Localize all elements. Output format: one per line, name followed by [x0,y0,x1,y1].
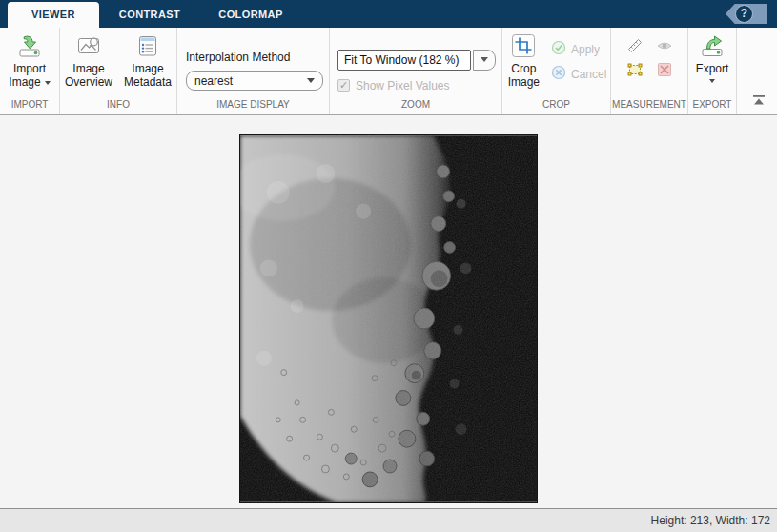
image-overview-label-line2: Overview [65,75,112,89]
export-label: Export [696,62,729,75]
crop-image-button[interactable]: Crop Image [504,31,543,91]
toolstrip-ribbon: Import Image IMPORT [0,28,777,115]
section-label-export: EXPORT [688,98,736,114]
zoom-level-dropdown-button[interactable] [473,50,496,71]
zoom-level-combobox: Fit To Window (182 %) [337,50,496,71]
cancel-crop-button[interactable]: Cancel [549,64,608,84]
image-overview-icon [76,33,101,61]
image-dimensions-text: Height: 213, Width: 172 [651,514,770,527]
interpolation-method-dropdown[interactable]: nearest [186,71,323,91]
status-bar: Height: 213, Width: 172 [0,508,777,532]
section-label-crop: CROP [502,98,610,114]
image-metadata-label-line1: Image [132,62,163,75]
moon-image[interactable] [239,134,538,503]
show-measurements-button[interactable] [656,39,673,56]
import-image-label-line2: Image [9,75,50,89]
caret-down-icon [709,79,715,83]
image-overview-button[interactable]: Image Overview [61,31,116,91]
image-canvas [0,115,777,508]
interpolation-method-value: nearest [194,74,233,88]
section-label-measurement: MEASUREMENT [611,98,687,114]
tab-contrast[interactable]: CONTRAST [99,2,200,28]
interpolation-method-label: Interpolation Method [186,51,290,64]
help-button[interactable]: ? [726,4,767,24]
import-image-label-line1: Import [13,62,46,75]
distance-measure-button[interactable] [626,39,644,56]
export-button[interactable]: Export [692,31,733,85]
export-icon [700,33,725,61]
eye-icon [656,37,673,58]
tab-colormap[interactable]: COLORMAP [200,2,301,28]
section-export: Export EXPORT [688,28,737,114]
section-zoom: Fit To Window (182 %) ✓ Show Pixel Value… [330,28,502,114]
image-metadata-button[interactable]: Image Metadata [120,31,175,91]
section-label-info: INFO [60,98,176,114]
collapse-toolstrip-icon [752,92,766,110]
toolstrip-tab-bar: VIEWER CONTRAST COLORMAP ? [0,0,777,28]
section-import: Import Image IMPORT [0,28,60,114]
roi-measure-button[interactable] [626,63,644,80]
ruler-icon [626,37,644,58]
section-label-image-display: IMAGE DISPLAY [177,98,329,114]
import-image-button[interactable]: Import Image [5,31,53,91]
crop-icon [511,33,536,61]
help-icon: ? [735,5,753,23]
chevron-down-icon [481,57,488,62]
image-viewer-app: VIEWER CONTRAST COLORMAP ? Import [0,0,777,532]
chevron-down-icon [307,78,315,83]
delete-measurement-icon [656,61,673,82]
apply-crop-button[interactable]: Apply [549,39,608,59]
apply-icon [551,40,566,58]
tab-viewer[interactable]: VIEWER [8,2,99,28]
ribbon-spacer [737,28,777,114]
delete-measurement-button[interactable] [656,63,673,80]
section-label-import: IMPORT [0,98,59,114]
zoom-level-input[interactable]: Fit To Window (182 %) [337,50,471,71]
crop-image-label-line1: Crop [511,62,536,75]
show-pixel-values-label: Show Pixel Values [356,79,450,92]
image-metadata-icon [135,33,160,61]
image-metadata-label-line2: Metadata [124,75,172,89]
section-image-display: Interpolation Method nearest IMAGE DISPL… [177,28,330,114]
section-label-zoom: ZOOM [330,98,501,114]
section-crop: Crop Image Apply [502,28,611,114]
collapse-toolstrip-button[interactable] [751,95,767,107]
show-pixel-values-checkbox[interactable]: ✓ [337,79,350,92]
image-overview-label-line1: Image [72,62,104,75]
section-info: Image Overview Image [60,28,177,114]
roi-rectangle-icon [626,61,644,82]
show-pixel-values-control: ✓ Show Pixel Values [337,79,450,92]
cancel-icon [551,65,566,83]
import-icon [17,33,42,61]
caret-down-icon [45,81,51,85]
section-measurement: MEASUREMENT [611,28,688,114]
cancel-label: Cancel [571,68,606,81]
crop-image-label-line2: Image [508,75,540,89]
apply-label: Apply [571,43,600,56]
